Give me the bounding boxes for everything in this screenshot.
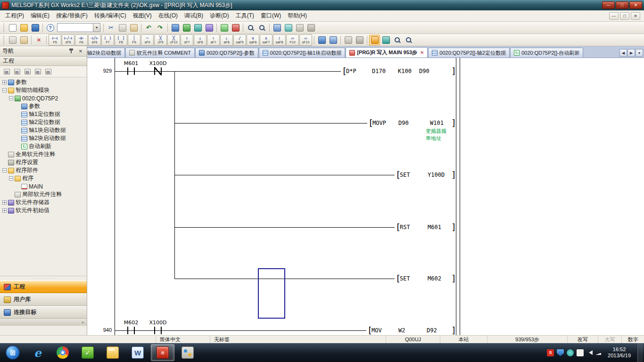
nav-collapse-chevron[interactable]: » (0, 319, 87, 326)
comment-display-button[interactable] (18, 35, 29, 45)
open-project-button[interactable] (18, 23, 29, 33)
cut-button[interactable]: ✂ (106, 23, 116, 33)
tab-1[interactable]: 轴2块启动数据 (87, 48, 125, 58)
ladder-symbol-button-F6[interactable]: ⊣⊢F6 (75, 34, 88, 46)
project-tree-data-icon[interactable]: ▤ (23, 67, 32, 76)
find-replace-button[interactable] (256, 23, 267, 33)
tree-item-7[interactable]: 轴1块启动数据 (0, 126, 87, 134)
toolbar-grip[interactable] (3, 24, 5, 32)
show-desktop-button[interactable] (637, 343, 643, 362)
tree-item-13[interactable]: −程序 (0, 174, 87, 182)
copy-button[interactable] (117, 23, 128, 33)
paint-app-icon[interactable] (176, 344, 199, 361)
tree-expander-icon[interactable]: − (9, 96, 13, 100)
menu-item-4[interactable]: 转换/编译(C) (91, 10, 130, 22)
instruction-text[interactable]: D90 (419, 68, 429, 74)
project-tree-sort-icon[interactable]: ▤ (12, 67, 22, 76)
menu-item-10[interactable]: 窗口(W) (257, 10, 284, 22)
project-tree-filter-icon[interactable]: ▤ (33, 67, 42, 76)
volume-tray-icon[interactable] (586, 350, 593, 355)
device-list-button[interactable] (305, 23, 316, 33)
menu-item-6[interactable]: 在线(O) (155, 10, 181, 22)
tree-item-9[interactable]: ↻自动刷新 (0, 142, 87, 150)
nav-splitter[interactable]: ··········· (0, 276, 87, 280)
tab-4[interactable]: 0020:QD75P2[]-轴1块启动数据 (259, 48, 346, 58)
contact-bar[interactable] (154, 327, 155, 334)
close-button[interactable]: ✕ (629, 1, 642, 9)
tab-5[interactable]: [PRG]R 写入 MAIN 953步✕ (346, 47, 428, 58)
tree-expander-icon[interactable]: − (9, 176, 13, 181)
tree-expander-icon[interactable]: − (2, 168, 7, 173)
instruction-text[interactable]: W2 (398, 327, 405, 334)
ladder-symbol-button-F7[interactable]: ( )F7 (101, 34, 114, 46)
tree-expander-icon[interactable]: + (2, 200, 7, 205)
instruction-text[interactable]: M601 (428, 224, 441, 230)
tree-item-2[interactable]: −智能功能模块 (0, 86, 87, 94)
program-select-combo[interactable]: ▾ (57, 23, 100, 32)
ladder-symbol-button-sF5[interactable]: ⊢/⊣sF5 (62, 34, 74, 46)
tree-item-16[interactable]: +软元件存储器 (0, 198, 87, 206)
pin-icon[interactable] (67, 48, 75, 55)
read-mode-button[interactable] (380, 35, 391, 45)
nav-view-connection-button[interactable]: 连接目标 (0, 306, 87, 319)
tab-3[interactable]: 0020:QD75P2[]-参数 (195, 48, 258, 58)
cross-reference-button[interactable] (294, 23, 305, 33)
instruction-text[interactable]: D92 (427, 327, 437, 334)
tree-expander-icon[interactable]: + (2, 80, 7, 84)
gx-works2-icon[interactable]: ≡ (151, 344, 174, 361)
zoom-in-button[interactable] (392, 35, 403, 45)
explorer-icon[interactable] (101, 344, 124, 361)
edit-cursor[interactable] (258, 268, 285, 319)
help-button[interactable]: ? (45, 23, 56, 33)
antivirus-tray-icon[interactable]: S (547, 349, 554, 356)
taskbar-clock[interactable]: 16:52 2013/6/19 (604, 346, 635, 359)
teal-tray-icon[interactable] (567, 349, 574, 356)
tree-item-3[interactable]: −0020:QD75P2 (0, 94, 87, 102)
tab-6[interactable]: 0020:QD75P2[]-轴2定位数据 (428, 48, 510, 58)
paste-button[interactable] (128, 23, 139, 33)
word-icon[interactable]: W (126, 344, 149, 361)
nav-view-project-button[interactable]: 工程 (0, 280, 87, 293)
instruction-text[interactable]: MOV (372, 327, 382, 334)
tab-close-icon[interactable]: ✕ (420, 50, 424, 55)
tree-item-12[interactable]: −程序部件 (0, 166, 87, 174)
convert-button[interactable] (316, 35, 327, 45)
instruction-text[interactable]: K100 (398, 68, 412, 74)
new-project-button[interactable] (7, 23, 18, 33)
ladder-symbol-button-sF7[interactable]: ↑sF7 (181, 34, 193, 46)
redo-button[interactable]: ↷ (155, 23, 165, 33)
project-tree-new-icon[interactable]: ▤ (2, 67, 11, 76)
project-tree-find-icon[interactable]: ▤ (43, 67, 53, 76)
find-button[interactable] (245, 23, 256, 33)
instruction-text[interactable]: M602 (428, 275, 441, 282)
combo-dropdown-icon[interactable]: ▾ (93, 24, 100, 32)
zoom-out-button[interactable] (403, 35, 414, 45)
internet-explorer-icon[interactable]: e (26, 344, 50, 361)
green-app-icon[interactable]: ✓ (76, 344, 99, 361)
ladder-symbol-button-sF9[interactable]: ─sF9 (141, 34, 154, 46)
tree-item-17[interactable]: +软元件初始值 (0, 206, 87, 214)
ladder-symbol-button-aF7[interactable]: ⇑aF7 (207, 34, 220, 46)
monitor-start-button[interactable] (219, 23, 230, 33)
menu-item-5[interactable]: 视图(V) (130, 10, 155, 22)
contact-bar[interactable] (134, 327, 135, 334)
contact-bar[interactable] (161, 327, 162, 334)
tree-expander-icon[interactable]: + (2, 208, 7, 213)
instruction-text[interactable]: D170 (372, 68, 386, 74)
ladder-symbol-button-saF8[interactable]: ≀saF8 (273, 34, 286, 46)
ladder-symbol-button-sF6[interactable]: ⊣/⊢sF6 (88, 34, 101, 46)
shield-tray-icon[interactable] (557, 349, 564, 356)
device-test-button[interactable]: ✕ (33, 35, 44, 45)
instruction-text[interactable]: MOVP (372, 120, 386, 126)
ladder-symbol-button-sF8[interactable]: ↓sF8 (194, 34, 206, 46)
start-button[interactable]: ⊞ (1, 344, 25, 361)
network-tray-icon[interactable] (595, 350, 601, 355)
tree-item-6[interactable]: 轴2定位数据 (0, 118, 87, 126)
ladder-symbol-button-F10[interactable]: ▭F10 (286, 34, 299, 46)
menu-item-2[interactable]: 编辑(E) (27, 10, 53, 22)
child-restore-button[interactable]: □ (620, 12, 629, 20)
contact-bar[interactable] (127, 327, 128, 334)
nav-close-icon[interactable]: ✕ (77, 48, 84, 55)
ladder-symbol-button-saF5[interactable]: ∕saF5 (233, 34, 246, 46)
ladder-edit-mode-button[interactable] (369, 35, 380, 45)
